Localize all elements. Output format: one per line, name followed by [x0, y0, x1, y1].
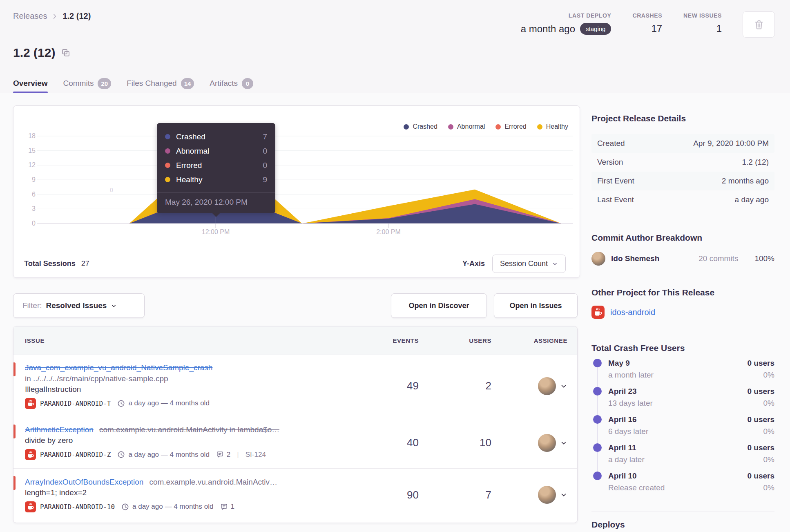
- author-avatar: [591, 252, 605, 266]
- legend-item-healthy[interactable]: Healthy: [537, 123, 568, 130]
- tab-count-badge: 20: [98, 78, 111, 89]
- assignee-avatar[interactable]: [538, 434, 556, 452]
- tab-artifacts[interactable]: Artifacts 0: [210, 74, 253, 93]
- chevron-down-icon: [111, 303, 117, 309]
- stat-crashes: CRASHES 17: [632, 12, 662, 34]
- legend-label: Crashed: [413, 123, 437, 130]
- chevron-down-icon[interactable]: [560, 382, 567, 390]
- yaxis-select[interactable]: Session Count: [492, 255, 566, 273]
- issue-events-count: 40: [349, 436, 419, 449]
- legend-item-errored[interactable]: Errored: [495, 123, 526, 130]
- issues-filter-dropdown[interactable]: Filter: Resolved Issues: [13, 293, 145, 318]
- issue-age: a day ago — 4 months old: [132, 503, 213, 511]
- tooltip-value: 0: [263, 147, 267, 156]
- crash-free-item: April 160 users 6 days later0%: [591, 414, 774, 436]
- issue-message: divide by zero: [25, 436, 333, 445]
- comments-group[interactable]: 2: [216, 451, 230, 459]
- issue-title-link[interactable]: Java_com_example_vu_android_NativeSample…: [25, 363, 212, 372]
- stat-new-issues: NEW ISSUES 1: [683, 12, 722, 34]
- column-assignee: ASSIGNEE: [491, 337, 567, 344]
- cf-users: 0 users: [747, 358, 774, 369]
- detail-value: a day ago: [735, 195, 769, 204]
- other-project-heading: Other Project for This Release: [591, 288, 714, 297]
- stat-last-deploy: LAST DEPLOY a month ago staging: [521, 12, 611, 35]
- chevron-down-icon[interactable]: [560, 491, 567, 498]
- issue-tracker-link[interactable]: SI-124: [245, 451, 266, 459]
- breadcrumb-current: 1.2 (12): [62, 11, 91, 21]
- clock-icon: [121, 503, 129, 511]
- y-axis-label: 9: [13, 176, 36, 184]
- release-details-heading: Project Release Details: [591, 114, 686, 123]
- project-chip[interactable]: PARANOID-ANDROID-T: [25, 398, 111, 409]
- new-issues-value: 1: [716, 23, 722, 34]
- issue-message: length=1; index=2: [25, 488, 333, 497]
- x-axis-label: 12:00 PM: [187, 228, 244, 236]
- tab-count-badge: 14: [181, 78, 194, 89]
- total-sessions-value: 27: [81, 259, 89, 268]
- trash-icon: [753, 19, 765, 30]
- last-deploy-label: LAST DEPLOY: [569, 12, 611, 19]
- other-project-row[interactable]: idos-android: [591, 306, 655, 319]
- tooltip-row-healthy: Healthy 9: [165, 172, 267, 187]
- detail-label: Last Event: [597, 195, 634, 204]
- tab-commits[interactable]: Commits 20: [63, 74, 112, 93]
- series-dot: [165, 148, 170, 154]
- filter-value: Resolved Issues: [46, 301, 107, 310]
- chevron-down-icon[interactable]: [560, 439, 567, 447]
- author-name: Ido Shemesh: [611, 254, 659, 263]
- cf-pct: 0%: [763, 427, 774, 436]
- chevron-right-icon: [51, 13, 58, 20]
- legend-item-abnormal[interactable]: Abnormal: [448, 123, 485, 130]
- y-axis-label: 15: [13, 147, 36, 155]
- detail-value: 2 months ago: [722, 177, 769, 186]
- legend-item-crashed[interactable]: Crashed: [404, 123, 437, 130]
- sessions-area-chart[interactable]: [37, 131, 573, 233]
- crash-free-heading: Total Crash Free Users: [591, 343, 685, 353]
- assignee-avatar[interactable]: [538, 486, 556, 504]
- column-events: EVENTS: [349, 337, 419, 344]
- last-deploy-value: a month ago: [521, 23, 575, 35]
- detail-row-created: Created Apr 9, 2020 10:00 PM: [591, 134, 774, 153]
- series-dot: [165, 134, 170, 139]
- crash-free-item: May 90 users a month later0%: [591, 358, 774, 380]
- cf-pct: 0%: [763, 483, 774, 493]
- issue-title-link[interactable]: ArithmeticException: [25, 425, 94, 434]
- open-in-discover-button[interactable]: Open in Discover: [391, 293, 487, 318]
- cf-sub: a day later: [608, 455, 645, 465]
- release-stats: LAST DEPLOY a month ago staging CRASHES …: [521, 12, 722, 35]
- issue-users-count: 10: [419, 436, 491, 449]
- open-in-issues-button[interactable]: Open in Issues: [494, 293, 578, 318]
- cf-date: April 23: [608, 386, 637, 397]
- issue-users-count: 7: [419, 489, 491, 501]
- cf-users: 0 users: [747, 386, 774, 397]
- cf-sub: 13 days later: [608, 398, 653, 408]
- tooltip-date: May 26, 2020 12:00 PM: [157, 193, 275, 213]
- delete-release-button[interactable]: [743, 11, 775, 38]
- breadcrumb-releases-link[interactable]: Releases: [13, 11, 47, 21]
- project-chip[interactable]: PARANOID-ANDROID-10: [25, 501, 115, 512]
- chart-legend: Crashed Abnormal Errored Healthy: [404, 123, 568, 130]
- comments-group[interactable]: 1: [220, 503, 234, 511]
- new-issues-label: NEW ISSUES: [683, 12, 722, 19]
- other-project-link[interactable]: idos-android: [610, 308, 655, 317]
- tab-label: Artifacts: [210, 79, 238, 88]
- crash-free-item: April 230 users 13 days later0%: [591, 386, 774, 408]
- crash-free-item: April 100 users Release created0%: [591, 471, 774, 493]
- tab-overview[interactable]: Overview: [13, 74, 48, 93]
- legend-label: Errored: [504, 123, 526, 130]
- chart-tooltip: Crashed 7 Abnormal 0 Errored 0 Healthy 9: [157, 123, 275, 213]
- project-slug: PARANOID-ANDROID-Z: [40, 451, 111, 458]
- project-chip[interactable]: PARANOID-ANDROID-Z: [25, 449, 111, 460]
- cf-pct: 0%: [763, 398, 774, 408]
- issue-title-link[interactable]: ArrayIndexOutOfBoundsException: [25, 478, 143, 487]
- y-axis-label: 18: [13, 132, 36, 140]
- commit-authors-heading: Commit Author Breakdown: [591, 233, 702, 243]
- tab-label: Files Changed: [127, 79, 177, 88]
- error-level-bar: [13, 362, 16, 376]
- java-project-icon: [25, 449, 36, 460]
- tab-files-changed[interactable]: Files Changed 14: [127, 74, 194, 93]
- assignee-avatar[interactable]: [538, 377, 556, 395]
- project-slug: PARANOID-ANDROID-10: [40, 503, 115, 511]
- copy-icon[interactable]: [61, 48, 71, 58]
- issue-row: ArrayIndexOutOfBoundsException com.examp…: [13, 469, 577, 521]
